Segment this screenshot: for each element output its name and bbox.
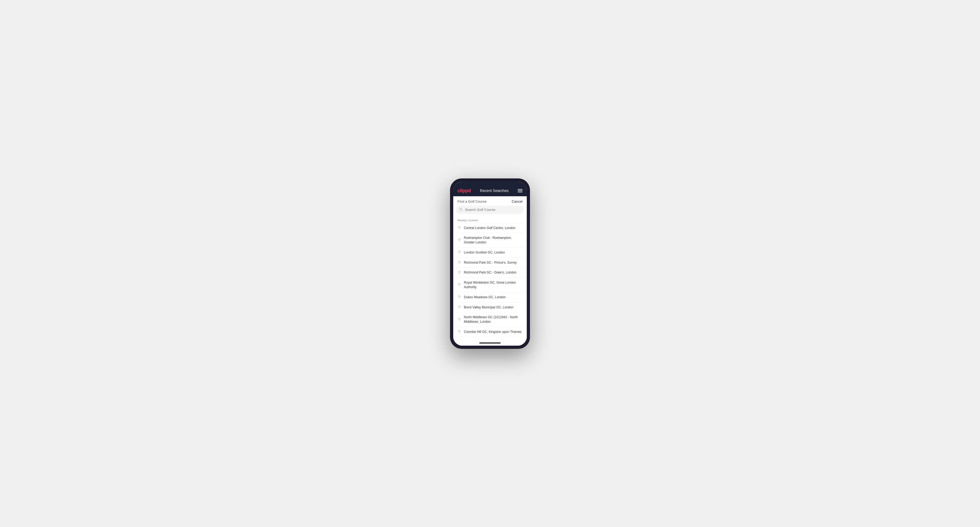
menu-line-2 xyxy=(518,190,522,191)
pin-icon xyxy=(458,251,461,254)
pin-icon xyxy=(458,271,461,275)
pin-icon xyxy=(458,283,461,287)
menu-line-1 xyxy=(518,189,522,190)
course-name: Central London Golf Centre, London xyxy=(464,226,515,230)
course-list-item[interactable]: Richmond Park GC - Duke's, London xyxy=(453,268,527,278)
course-name: Royal Wimbledon GC, Great London Authori… xyxy=(464,280,522,289)
course-list-item[interactable]: Royal Wimbledon GC, Great London Authori… xyxy=(453,278,527,292)
svg-point-9 xyxy=(459,306,460,307)
svg-point-6 xyxy=(459,271,460,272)
course-list-item[interactable]: Brent Valley Municipal GC, London xyxy=(453,303,527,313)
course-list-item[interactable]: Dukes Meadows GC, London xyxy=(453,292,527,303)
svg-point-5 xyxy=(459,262,460,262)
content-area: Find a Golf Course Cancel Nearby courses xyxy=(453,196,527,341)
course-list-item[interactable]: Central London Golf Centre, London xyxy=(453,223,527,233)
nearby-section: Nearby courses Central London Golf Centr… xyxy=(453,216,527,341)
course-name: North Middlesex GC (1011942 - North Midd… xyxy=(464,315,522,324)
course-name: Richmond Park GC - Prince's, Surrey xyxy=(464,260,517,265)
course-list: Central London Golf Centre, London Roeha… xyxy=(453,223,527,337)
find-bar: Find a Golf Course Cancel xyxy=(453,196,527,206)
menu-line-3 xyxy=(518,192,522,192)
app-header: clippd Recent Searches xyxy=(453,185,527,196)
pin-icon xyxy=(458,330,461,334)
course-name: Brent Valley Municipal GC, London xyxy=(464,305,514,310)
pin-icon xyxy=(458,295,461,299)
course-name: Coombe Hill GC, Kingston upon Thames xyxy=(464,330,522,334)
header-title: Recent Searches xyxy=(480,189,508,193)
pin-icon xyxy=(458,261,461,264)
svg-point-7 xyxy=(459,284,460,285)
svg-point-11 xyxy=(459,331,460,332)
app-logo: clippd xyxy=(458,188,471,194)
course-list-item[interactable]: North Middlesex GC (1011942 - North Midd… xyxy=(453,313,527,327)
home-bar xyxy=(479,343,501,343)
find-label: Find a Golf Course xyxy=(458,200,487,203)
svg-point-3 xyxy=(459,239,460,240)
search-icon xyxy=(459,208,463,211)
svg-point-4 xyxy=(459,251,460,252)
pin-icon xyxy=(458,318,461,321)
svg-line-1 xyxy=(461,210,463,211)
course-list-item[interactable]: London Scottish GC, London xyxy=(453,248,527,258)
svg-point-8 xyxy=(459,296,460,297)
status-bar xyxy=(453,182,527,185)
course-list-item[interactable]: Coombe Hill GC, Kingston upon Thames xyxy=(453,327,527,337)
search-container xyxy=(453,206,527,216)
menu-icon[interactable] xyxy=(518,189,522,192)
home-indicator xyxy=(453,341,527,346)
cancel-button[interactable]: Cancel xyxy=(512,200,522,203)
course-list-item[interactable]: Richmond Park GC - Prince's, Surrey xyxy=(453,258,527,268)
svg-point-10 xyxy=(459,319,460,319)
pin-icon xyxy=(458,238,461,242)
nearby-header: Nearby courses xyxy=(453,216,527,223)
course-list-item[interactable]: Roehampton Club - Roehampton, Greater Lo… xyxy=(453,233,527,248)
search-input[interactable] xyxy=(465,208,521,212)
course-name: Roehampton Club - Roehampton, Greater Lo… xyxy=(464,236,522,245)
svg-point-2 xyxy=(459,227,460,228)
pin-icon xyxy=(458,226,461,230)
course-name: Dukes Meadows GC, London xyxy=(464,295,506,300)
pin-icon xyxy=(458,305,461,309)
search-input-wrap xyxy=(457,206,523,214)
course-name: London Scottish GC, London xyxy=(464,250,505,255)
phone-device: clippd Recent Searches Find a Golf Cours… xyxy=(450,178,530,349)
phone-screen: clippd Recent Searches Find a Golf Cours… xyxy=(453,182,527,346)
course-name: Richmond Park GC - Duke's, London xyxy=(464,270,516,275)
